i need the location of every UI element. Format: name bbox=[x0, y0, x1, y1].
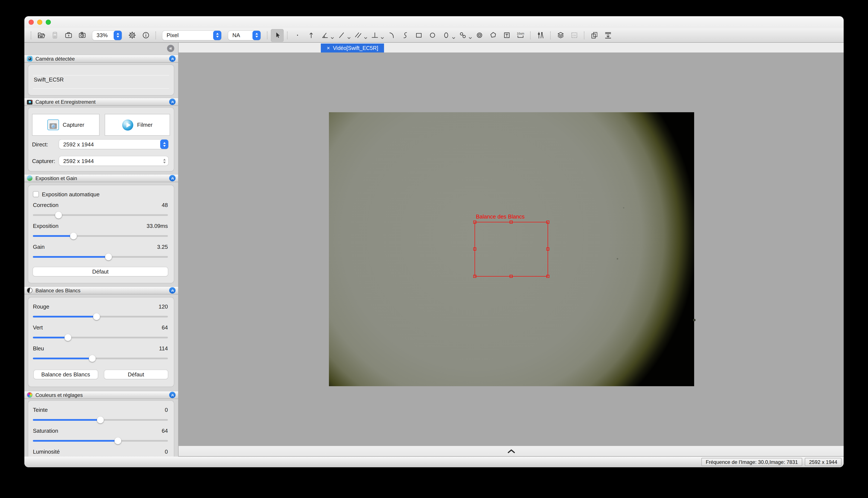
zoom-window-button[interactable] bbox=[46, 19, 51, 25]
collapse-sidebar-button[interactable]: « bbox=[167, 45, 174, 52]
export-button[interactable] bbox=[601, 29, 614, 42]
chevron-down-icon[interactable] bbox=[381, 34, 384, 37]
roi-handle[interactable] bbox=[546, 275, 549, 278]
cursor-tool-button[interactable] bbox=[271, 29, 284, 42]
parallel-tool-button[interactable] bbox=[352, 29, 365, 42]
rectangle-tool-icon bbox=[414, 31, 423, 40]
slider-thumb[interactable] bbox=[64, 334, 71, 341]
slider-thumb[interactable] bbox=[70, 233, 77, 239]
magnification-select[interactable]: NA bbox=[228, 30, 260, 40]
white-balance-button[interactable]: Balance des Blancs bbox=[34, 370, 98, 379]
section-header-colors[interactable]: Couleurs et réglages bbox=[24, 391, 178, 399]
video-canvas[interactable]: Balance des Blancs bbox=[179, 52, 844, 446]
ellipse-tool-button[interactable] bbox=[439, 29, 452, 42]
hue-slider[interactable] bbox=[33, 417, 168, 423]
slider-thumb[interactable] bbox=[93, 313, 100, 320]
slider-thumb[interactable] bbox=[89, 355, 96, 362]
text-tool-button[interactable] bbox=[500, 29, 513, 42]
arrow-tool-button[interactable] bbox=[305, 29, 317, 42]
exposure-default-button[interactable]: Défaut bbox=[33, 267, 168, 276]
snapshot-button[interactable] bbox=[76, 29, 88, 42]
layers-button[interactable] bbox=[554, 29, 567, 42]
stepper-icon bbox=[213, 30, 221, 40]
roi-handle[interactable] bbox=[473, 275, 476, 278]
chevron-down-icon[interactable] bbox=[347, 34, 351, 37]
record-button[interactable]: Filmer bbox=[105, 114, 170, 136]
chevron-up-circle-icon[interactable] bbox=[169, 287, 176, 293]
green-slider[interactable] bbox=[33, 334, 168, 341]
white-balance-roi[interactable] bbox=[475, 222, 548, 276]
chevron-up-circle-icon[interactable] bbox=[169, 175, 176, 181]
tab-video[interactable]: × Vidéo[Swift_EC5R] bbox=[321, 43, 384, 52]
roi-handle[interactable] bbox=[473, 248, 476, 250]
slider-thumb[interactable] bbox=[55, 212, 62, 219]
resolution-info: 2592 x 1944 bbox=[805, 458, 842, 466]
roi-handle[interactable] bbox=[546, 248, 549, 250]
rectangle-tool-button[interactable] bbox=[412, 29, 425, 42]
live-resolution-select[interactable]: 2592 x 1944 bbox=[59, 140, 168, 149]
camera-panel: Swift_EC5R bbox=[28, 64, 174, 95]
chevron-up-circle-icon[interactable] bbox=[169, 392, 176, 398]
polygon-tool-button[interactable] bbox=[487, 29, 499, 42]
chevron-down-icon[interactable] bbox=[469, 34, 472, 37]
zoom-select[interactable]: 33% bbox=[92, 30, 122, 40]
line-tool-button[interactable] bbox=[335, 29, 348, 42]
auto-exposure-checkbox[interactable] bbox=[33, 191, 39, 197]
chevron-down-icon[interactable] bbox=[331, 34, 334, 37]
colors-panel: Teinte0 Saturation64 Luminosité0 bbox=[28, 400, 174, 457]
section-header-capture[interactable]: Capture et Enregistrement bbox=[24, 98, 178, 106]
exposure-slider[interactable] bbox=[33, 233, 168, 239]
correction-slider[interactable] bbox=[33, 212, 168, 219]
info-icon bbox=[141, 31, 150, 40]
red-slider[interactable] bbox=[33, 313, 168, 320]
circle-tool-icon bbox=[428, 31, 437, 40]
white-balance-panel: Rouge120 Vert64 Bleu114 Balance des Blan… bbox=[28, 297, 174, 387]
camera-device-name[interactable]: Swift_EC5R bbox=[34, 76, 64, 83]
settings-button[interactable] bbox=[126, 29, 138, 42]
roi-handle[interactable] bbox=[510, 275, 513, 278]
info-button[interactable] bbox=[139, 29, 152, 42]
perpendicular-tool-button[interactable] bbox=[368, 29, 381, 42]
roi-handle[interactable] bbox=[546, 221, 549, 224]
slider-value: 48 bbox=[162, 202, 168, 208]
open-folder-button[interactable] bbox=[35, 29, 48, 42]
calipers-button[interactable] bbox=[534, 29, 547, 42]
curve-tool-button[interactable] bbox=[398, 29, 411, 42]
close-tab-icon[interactable]: × bbox=[327, 45, 330, 51]
section-header-camera[interactable]: Caméra détectée bbox=[24, 55, 178, 63]
snap-resolution-select[interactable]: 2592 x 1944 bbox=[59, 156, 168, 166]
gain-slider[interactable] bbox=[33, 253, 168, 260]
concentric-circle-tool-button[interactable] bbox=[473, 29, 486, 42]
live-resolution-label: Direct: bbox=[32, 141, 59, 147]
copy-button[interactable] bbox=[588, 29, 601, 42]
slider-thumb[interactable] bbox=[105, 253, 112, 260]
point-tool-button[interactable] bbox=[291, 29, 304, 42]
scalebar-tool-button[interactable]: 10um bbox=[514, 29, 527, 42]
bottom-panel-toggle[interactable] bbox=[179, 446, 844, 457]
blue-slider[interactable] bbox=[33, 355, 168, 362]
chevron-down-icon[interactable] bbox=[364, 34, 367, 37]
linked-circles-tool-button[interactable] bbox=[456, 29, 469, 42]
section-header-white-balance[interactable]: Balance des Blancs bbox=[24, 286, 178, 294]
arc-tool-button[interactable] bbox=[385, 29, 398, 42]
section-header-exposure[interactable]: Exposition et Gain bbox=[24, 174, 178, 182]
roi-handle[interactable] bbox=[510, 221, 513, 224]
unit-value: Pixel bbox=[162, 32, 213, 38]
circle-tool-button[interactable] bbox=[426, 29, 439, 42]
slider-thumb[interactable] bbox=[97, 417, 104, 423]
csv-export-icon: csv bbox=[570, 31, 578, 40]
unit-select[interactable]: Pixel bbox=[162, 30, 221, 40]
chevron-up-circle-icon[interactable] bbox=[169, 55, 176, 62]
record-video-button[interactable] bbox=[62, 29, 75, 42]
slider-label: Correction bbox=[33, 202, 59, 208]
slider-thumb[interactable] bbox=[114, 437, 121, 444]
white-balance-default-button[interactable]: Défaut bbox=[104, 370, 168, 379]
chevron-up-circle-icon[interactable] bbox=[169, 99, 176, 105]
close-window-button[interactable] bbox=[29, 19, 34, 25]
roi-handle[interactable] bbox=[473, 221, 476, 224]
capture-button[interactable]: Capturer bbox=[32, 114, 100, 136]
angle-tool-button[interactable] bbox=[318, 29, 331, 42]
minimize-window-button[interactable] bbox=[37, 19, 42, 25]
saturation-slider[interactable] bbox=[33, 437, 168, 444]
chevron-down-icon[interactable] bbox=[452, 34, 455, 37]
